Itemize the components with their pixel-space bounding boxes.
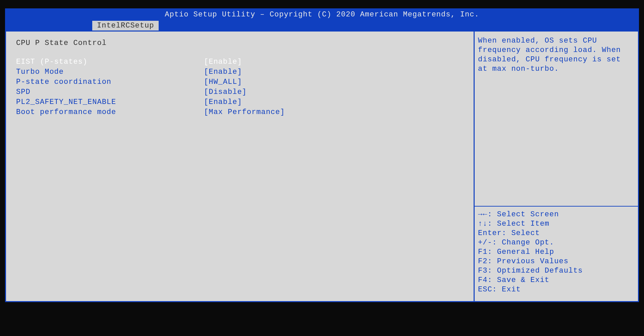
- setting-row[interactable]: EIST (P-states)[Enable]: [16, 57, 464, 67]
- key-help-line: ↑↓: Select Item: [478, 219, 635, 229]
- setting-value[interactable]: [Enable]: [204, 98, 242, 107]
- setting-value[interactable]: [Disable]: [204, 88, 247, 97]
- tab-row: IntelRCSetup: [5, 21, 639, 31]
- setting-row[interactable]: SPD[Disable]: [16, 88, 464, 97]
- help-text: When enabled, OS sets CPU frequency acco…: [475, 32, 638, 206]
- bios-header: Aptio Setup Utility – Copyright (C) 2020…: [5, 8, 639, 21]
- setting-label: EIST (P-states): [16, 57, 204, 67]
- help-panel: When enabled, OS sets CPU frequency acco…: [474, 32, 638, 301]
- key-help-line: F4: Save & Exit: [478, 276, 635, 285]
- setting-value[interactable]: [HW_ALL]: [204, 77, 242, 87]
- setting-row[interactable]: Turbo Mode[Enable]: [16, 67, 464, 77]
- key-help-line: ESC: Exit: [478, 285, 635, 294]
- key-help-line: F2: Previous Values: [478, 257, 635, 266]
- setting-value[interactable]: [Enable]: [204, 67, 242, 77]
- setting-label: Turbo Mode: [16, 67, 204, 77]
- setting-row[interactable]: PL2_SAFETY_NET_ENABLE[Enable]: [16, 98, 464, 107]
- settings-panel: CPU P State Control EIST (P-states)[Enab…: [6, 32, 474, 301]
- key-help-line: →←: Select Screen: [478, 210, 635, 219]
- setting-value[interactable]: [Max Performance]: [204, 108, 285, 117]
- main-content: CPU P State Control EIST (P-states)[Enab…: [5, 31, 639, 302]
- setting-label: SPD: [16, 88, 204, 97]
- key-help: →←: Select Screen↑↓: Select ItemEnter: S…: [475, 206, 638, 301]
- setting-value[interactable]: [Enable]: [204, 57, 242, 67]
- setting-row[interactable]: Boot performance mode[Max Performance]: [16, 108, 464, 117]
- key-help-line: F3: Optimized Defaults: [478, 266, 635, 276]
- setting-label: Boot performance mode: [16, 108, 204, 117]
- key-help-line: Enter: Select: [478, 229, 635, 238]
- section-title: CPU P State Control: [16, 39, 464, 47]
- key-help-line: F1: General Help: [478, 247, 635, 257]
- tab-intelrcsetup[interactable]: IntelRCSetup: [92, 21, 159, 31]
- setting-label: P-state coordination: [16, 77, 204, 87]
- setting-label: PL2_SAFETY_NET_ENABLE: [16, 98, 204, 107]
- setting-row[interactable]: P-state coordination[HW_ALL]: [16, 77, 464, 87]
- key-help-line: +/-: Change Opt.: [478, 238, 635, 247]
